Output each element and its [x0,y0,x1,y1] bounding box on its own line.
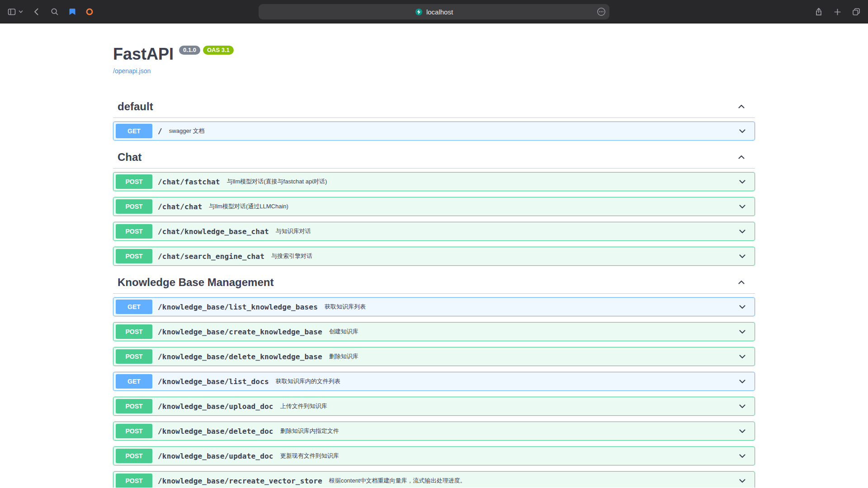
operation-path: /chat/fastchat [158,178,220,186]
operation-summary: 删除知识库内指定文件 [280,427,339,435]
method-badge: GET [116,374,152,389]
operation-row[interactable]: POST /knowledge_base/recreate_vector_sto… [113,471,755,488]
operation-path: /knowledge_base/create_knowledge_base [158,328,322,336]
operation-row[interactable]: POST /knowledge_base/upload_doc 上传文件到知识库 [113,397,755,416]
api-title-text: FastAPI [113,44,174,64]
operation-path: /chat/knowledge_base_chat [158,227,269,236]
operation-summary: 根据content中文档重建向量库，流式输出处理进度。 [329,477,466,485]
method-badge: POST [116,199,152,214]
operation-summary: 与搜索引擎对话 [271,252,312,260]
new-tab-button[interactable] [833,8,842,16]
operation-row[interactable]: POST /knowledge_base/delete_knowledge_ba… [113,347,755,366]
api-section: Knowledge Base Management GET /knowledge… [113,272,755,488]
extension-orange-button[interactable] [85,8,94,16]
operation-path: /knowledge_base/recreate_vector_store [158,477,322,485]
method-badge: POST [116,449,152,463]
search-button[interactable] [50,7,59,16]
operation-summary: 创建知识库 [329,328,359,336]
operation-row[interactable]: POST /chat/fastchat 与llm模型对话(直接与fastchat… [113,172,755,191]
section-header[interactable]: Chat [113,146,755,169]
search-icon [50,7,59,16]
plus-icon [833,8,842,16]
section-header[interactable]: default [113,96,755,118]
operation-summary: 更新现有文件到知识库 [280,452,339,460]
method-badge: GET [116,124,152,138]
method-badge: POST [116,324,152,339]
swagger-page: FastAPI 0.1.0 OAS 3.1 /openapi.json defa… [0,23,868,488]
operation-summary: 获取知识库列表 [325,303,366,311]
collapse-section-icon [737,278,746,287]
operation-path: /chat/search_engine_chat [158,252,264,261]
section-title: default [118,100,153,113]
operation-row[interactable]: POST /knowledge_base/delete_doc 删除知识库内指定… [113,422,755,441]
tab-overview-icon [852,7,861,16]
extension-blue-icon [68,8,76,16]
expand-operation-icon [738,227,747,236]
expand-operation-icon [738,377,747,386]
operation-row[interactable]: POST /knowledge_base/create_knowledge_ba… [113,322,755,341]
operation-path: /chat/chat [158,202,202,211]
tab-overview-button[interactable] [852,7,861,16]
api-section: Chat POST /chat/fastchat 与llm模型对话(直接与fas… [113,146,755,266]
method-badge: POST [116,249,152,263]
expand-operation-icon [738,127,747,136]
share-button[interactable] [814,7,823,16]
toolbar-right-group [814,0,861,23]
method-badge: POST [116,399,152,413]
page-settings-button[interactable] [596,7,606,17]
operation-row[interactable]: POST /knowledge_base/update_doc 更新现有文件到知… [113,446,755,465]
section-operations: GET / swagger 文档 [113,122,755,141]
expand-operation-icon [738,451,747,460]
toolbar-left-group [7,7,94,16]
api-title: FastAPI 0.1.0 OAS 3.1 [113,44,755,64]
expand-operation-icon [738,302,747,311]
method-badge: POST [116,174,152,189]
operation-path: /knowledge_base/delete_knowledge_base [158,352,322,361]
api-section: default GET / swagger 文档 [113,96,755,141]
section-header[interactable]: Knowledge Base Management [113,272,755,294]
back-button[interactable] [32,7,41,16]
section-title: Knowledge Base Management [118,276,274,289]
collapse-section-icon [737,102,746,111]
method-badge: POST [116,224,152,239]
operation-path: /knowledge_base/upload_doc [158,402,274,411]
operation-summary: 与llm模型对话(直接与fastchat api对话) [227,178,327,186]
url-bar[interactable]: localhost [259,4,609,19]
version-badge: 0.1.0 [179,46,200,55]
operation-summary: 与知识库对话 [276,227,311,235]
operation-path: /knowledge_base/list_knowledge_bases [158,303,318,311]
sidebar-toggle-button[interactable] [7,7,16,16]
operation-path: /knowledge_base/update_doc [158,452,274,460]
extension-blue-button[interactable] [68,8,76,16]
operation-summary: 与llm模型对话(通过LLMChain) [209,202,288,211]
collapse-section-icon [737,153,746,162]
openapi-json-link[interactable]: /openapi.json [113,67,151,75]
section-title: Chat [118,151,142,164]
ellipsis-circle-icon [596,7,606,17]
operation-row[interactable]: GET / swagger 文档 [113,122,755,141]
oas-badge: OAS 3.1 [203,46,234,55]
expand-operation-icon [738,202,747,211]
operation-path: /knowledge_base/list_docs [158,377,269,386]
operation-row[interactable]: POST /chat/knowledge_base_chat 与知识库对话 [113,222,755,241]
expand-operation-icon [738,427,747,436]
expand-operation-icon [738,352,747,361]
operation-row[interactable]: GET /knowledge_base/list_knowledge_bases… [113,297,755,316]
operation-path: / [158,127,162,136]
sidebar-toggle-icon [7,7,16,16]
operation-row[interactable]: GET /knowledge_base/list_docs 获取知识库内的文件列… [113,372,755,391]
section-operations: GET /knowledge_base/list_knowledge_bases… [113,297,755,488]
operation-path: /knowledge_base/delete_doc [158,427,274,436]
operation-summary: swagger 文档 [169,127,205,135]
expand-operation-icon [738,252,747,261]
operation-row[interactable]: POST /chat/chat 与llm模型对话(通过LLMChain) [113,197,755,216]
chevron-down-icon [19,9,23,14]
operation-summary: 获取知识库内的文件列表 [276,377,340,385]
expand-operation-icon [738,327,747,336]
api-sections: default GET / swagger 文档 Chat POST /chat… [113,96,755,488]
back-icon [32,7,41,16]
sidebar-dropdown-button[interactable] [19,9,23,14]
api-info-block: FastAPI 0.1.0 OAS 3.1 /openapi.json [113,23,755,75]
expand-operation-icon [738,177,747,186]
operation-row[interactable]: POST /chat/search_engine_chat 与搜索引擎对话 [113,247,755,266]
